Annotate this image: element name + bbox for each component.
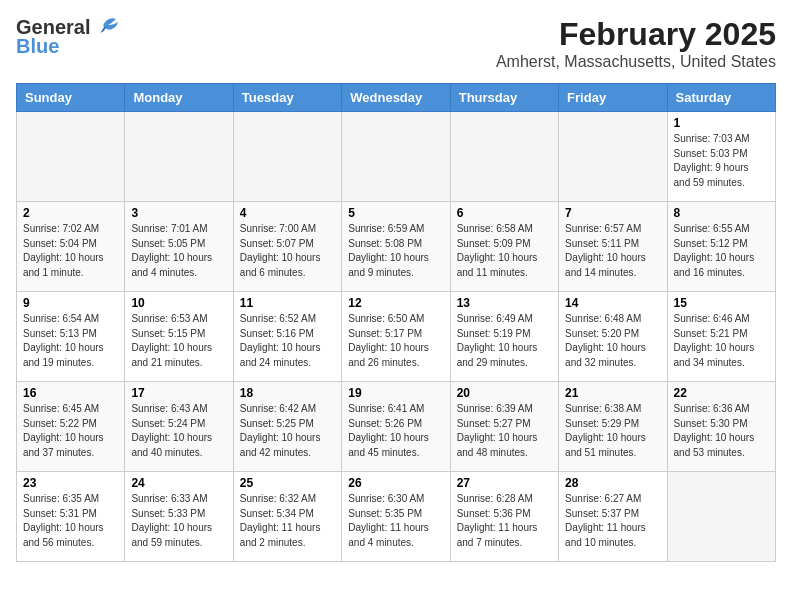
calendar-cell: 3Sunrise: 7:01 AMSunset: 5:05 PMDaylight… bbox=[125, 202, 233, 292]
day-info: Sunrise: 6:42 AMSunset: 5:25 PMDaylight:… bbox=[240, 402, 335, 460]
calendar-cell: 6Sunrise: 6:58 AMSunset: 5:09 PMDaylight… bbox=[450, 202, 558, 292]
calendar-cell: 21Sunrise: 6:38 AMSunset: 5:29 PMDayligh… bbox=[559, 382, 667, 472]
day-number: 2 bbox=[23, 206, 118, 220]
day-info: Sunrise: 6:38 AMSunset: 5:29 PMDaylight:… bbox=[565, 402, 660, 460]
calendar-week-row: 16Sunrise: 6:45 AMSunset: 5:22 PMDayligh… bbox=[17, 382, 776, 472]
day-number: 4 bbox=[240, 206, 335, 220]
day-number: 28 bbox=[565, 476, 660, 490]
calendar-cell: 9Sunrise: 6:54 AMSunset: 5:13 PMDaylight… bbox=[17, 292, 125, 382]
column-header-saturday: Saturday bbox=[667, 84, 775, 112]
calendar-cell: 19Sunrise: 6:41 AMSunset: 5:26 PMDayligh… bbox=[342, 382, 450, 472]
day-info: Sunrise: 6:32 AMSunset: 5:34 PMDaylight:… bbox=[240, 492, 335, 550]
day-number: 21 bbox=[565, 386, 660, 400]
day-number: 23 bbox=[23, 476, 118, 490]
calendar-week-row: 23Sunrise: 6:35 AMSunset: 5:31 PMDayligh… bbox=[17, 472, 776, 562]
calendar-cell: 25Sunrise: 6:32 AMSunset: 5:34 PMDayligh… bbox=[233, 472, 341, 562]
calendar-week-row: 1Sunrise: 7:03 AMSunset: 5:03 PMDaylight… bbox=[17, 112, 776, 202]
calendar-week-row: 2Sunrise: 7:02 AMSunset: 5:04 PMDaylight… bbox=[17, 202, 776, 292]
column-header-monday: Monday bbox=[125, 84, 233, 112]
day-info: Sunrise: 6:28 AMSunset: 5:36 PMDaylight:… bbox=[457, 492, 552, 550]
day-info: Sunrise: 6:50 AMSunset: 5:17 PMDaylight:… bbox=[348, 312, 443, 370]
calendar-cell bbox=[233, 112, 341, 202]
day-info: Sunrise: 7:02 AMSunset: 5:04 PMDaylight:… bbox=[23, 222, 118, 280]
day-number: 22 bbox=[674, 386, 769, 400]
calendar-cell: 12Sunrise: 6:50 AMSunset: 5:17 PMDayligh… bbox=[342, 292, 450, 382]
day-number: 14 bbox=[565, 296, 660, 310]
calendar-cell: 11Sunrise: 6:52 AMSunset: 5:16 PMDayligh… bbox=[233, 292, 341, 382]
logo-blue: Blue bbox=[16, 35, 59, 58]
day-info: Sunrise: 6:39 AMSunset: 5:27 PMDaylight:… bbox=[457, 402, 552, 460]
calendar-cell: 10Sunrise: 6:53 AMSunset: 5:15 PMDayligh… bbox=[125, 292, 233, 382]
calendar-cell: 15Sunrise: 6:46 AMSunset: 5:21 PMDayligh… bbox=[667, 292, 775, 382]
day-number: 19 bbox=[348, 386, 443, 400]
calendar-header-row: SundayMondayTuesdayWednesdayThursdayFrid… bbox=[17, 84, 776, 112]
day-info: Sunrise: 6:30 AMSunset: 5:35 PMDaylight:… bbox=[348, 492, 443, 550]
calendar-cell: 5Sunrise: 6:59 AMSunset: 5:08 PMDaylight… bbox=[342, 202, 450, 292]
day-info: Sunrise: 6:53 AMSunset: 5:15 PMDaylight:… bbox=[131, 312, 226, 370]
column-header-tuesday: Tuesday bbox=[233, 84, 341, 112]
day-number: 25 bbox=[240, 476, 335, 490]
page-subtitle: Amherst, Massachusetts, United States bbox=[496, 53, 776, 71]
calendar-cell: 22Sunrise: 6:36 AMSunset: 5:30 PMDayligh… bbox=[667, 382, 775, 472]
day-info: Sunrise: 6:57 AMSunset: 5:11 PMDaylight:… bbox=[565, 222, 660, 280]
day-info: Sunrise: 6:49 AMSunset: 5:19 PMDaylight:… bbox=[457, 312, 552, 370]
calendar-cell: 13Sunrise: 6:49 AMSunset: 5:19 PMDayligh… bbox=[450, 292, 558, 382]
day-info: Sunrise: 6:41 AMSunset: 5:26 PMDaylight:… bbox=[348, 402, 443, 460]
calendar-cell: 26Sunrise: 6:30 AMSunset: 5:35 PMDayligh… bbox=[342, 472, 450, 562]
day-number: 20 bbox=[457, 386, 552, 400]
day-info: Sunrise: 7:03 AMSunset: 5:03 PMDaylight:… bbox=[674, 132, 769, 190]
calendar-cell: 23Sunrise: 6:35 AMSunset: 5:31 PMDayligh… bbox=[17, 472, 125, 562]
day-info: Sunrise: 6:45 AMSunset: 5:22 PMDaylight:… bbox=[23, 402, 118, 460]
day-info: Sunrise: 6:35 AMSunset: 5:31 PMDaylight:… bbox=[23, 492, 118, 550]
calendar-table: SundayMondayTuesdayWednesdayThursdayFrid… bbox=[16, 83, 776, 562]
calendar-cell: 1Sunrise: 7:03 AMSunset: 5:03 PMDaylight… bbox=[667, 112, 775, 202]
calendar-cell: 28Sunrise: 6:27 AMSunset: 5:37 PMDayligh… bbox=[559, 472, 667, 562]
calendar-cell bbox=[342, 112, 450, 202]
day-number: 5 bbox=[348, 206, 443, 220]
calendar-cell: 24Sunrise: 6:33 AMSunset: 5:33 PMDayligh… bbox=[125, 472, 233, 562]
calendar-cell: 14Sunrise: 6:48 AMSunset: 5:20 PMDayligh… bbox=[559, 292, 667, 382]
day-info: Sunrise: 6:48 AMSunset: 5:20 PMDaylight:… bbox=[565, 312, 660, 370]
logo-bird-icon bbox=[92, 17, 120, 39]
day-number: 27 bbox=[457, 476, 552, 490]
calendar-cell: 2Sunrise: 7:02 AMSunset: 5:04 PMDaylight… bbox=[17, 202, 125, 292]
day-number: 8 bbox=[674, 206, 769, 220]
day-number: 13 bbox=[457, 296, 552, 310]
day-info: Sunrise: 6:43 AMSunset: 5:24 PMDaylight:… bbox=[131, 402, 226, 460]
day-number: 10 bbox=[131, 296, 226, 310]
day-number: 11 bbox=[240, 296, 335, 310]
column-header-sunday: Sunday bbox=[17, 84, 125, 112]
day-number: 17 bbox=[131, 386, 226, 400]
calendar-cell bbox=[125, 112, 233, 202]
calendar-cell bbox=[450, 112, 558, 202]
day-number: 26 bbox=[348, 476, 443, 490]
day-number: 15 bbox=[674, 296, 769, 310]
day-number: 6 bbox=[457, 206, 552, 220]
day-info: Sunrise: 6:36 AMSunset: 5:30 PMDaylight:… bbox=[674, 402, 769, 460]
column-header-friday: Friday bbox=[559, 84, 667, 112]
calendar-cell: 27Sunrise: 6:28 AMSunset: 5:36 PMDayligh… bbox=[450, 472, 558, 562]
day-number: 7 bbox=[565, 206, 660, 220]
day-number: 18 bbox=[240, 386, 335, 400]
day-number: 12 bbox=[348, 296, 443, 310]
day-info: Sunrise: 6:58 AMSunset: 5:09 PMDaylight:… bbox=[457, 222, 552, 280]
page-title: February 2025 bbox=[496, 16, 776, 53]
calendar-cell: 16Sunrise: 6:45 AMSunset: 5:22 PMDayligh… bbox=[17, 382, 125, 472]
day-info: Sunrise: 6:55 AMSunset: 5:12 PMDaylight:… bbox=[674, 222, 769, 280]
calendar-cell: 17Sunrise: 6:43 AMSunset: 5:24 PMDayligh… bbox=[125, 382, 233, 472]
day-info: Sunrise: 6:33 AMSunset: 5:33 PMDaylight:… bbox=[131, 492, 226, 550]
calendar-cell: 4Sunrise: 7:00 AMSunset: 5:07 PMDaylight… bbox=[233, 202, 341, 292]
calendar-cell: 7Sunrise: 6:57 AMSunset: 5:11 PMDaylight… bbox=[559, 202, 667, 292]
day-number: 1 bbox=[674, 116, 769, 130]
column-header-wednesday: Wednesday bbox=[342, 84, 450, 112]
page-header: General Blue February 2025 Amherst, Mass… bbox=[16, 16, 776, 71]
day-info: Sunrise: 7:01 AMSunset: 5:05 PMDaylight:… bbox=[131, 222, 226, 280]
calendar-cell bbox=[17, 112, 125, 202]
calendar-cell: 8Sunrise: 6:55 AMSunset: 5:12 PMDaylight… bbox=[667, 202, 775, 292]
day-number: 24 bbox=[131, 476, 226, 490]
day-number: 3 bbox=[131, 206, 226, 220]
day-number: 16 bbox=[23, 386, 118, 400]
calendar-cell: 18Sunrise: 6:42 AMSunset: 5:25 PMDayligh… bbox=[233, 382, 341, 472]
day-info: Sunrise: 7:00 AMSunset: 5:07 PMDaylight:… bbox=[240, 222, 335, 280]
day-number: 9 bbox=[23, 296, 118, 310]
